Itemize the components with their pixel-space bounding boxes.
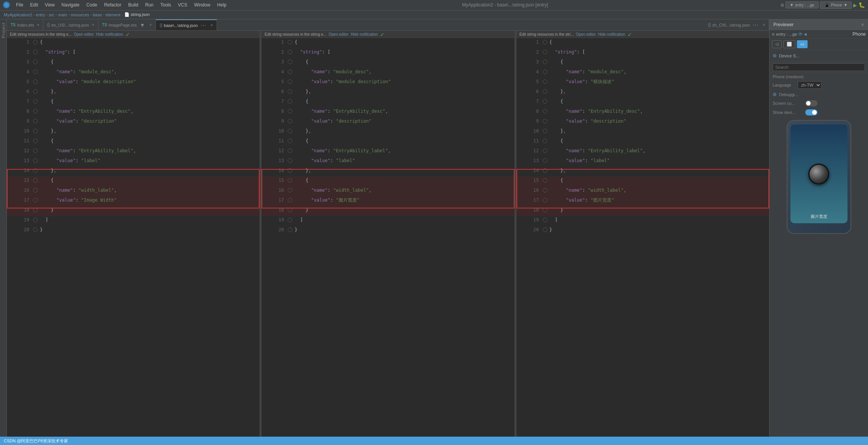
tab-close-index[interactable]: ×: [37, 23, 39, 27]
tab-zh-string[interactable]: {} zh_CN\...\string.json ⋯ ×: [704, 19, 769, 31]
gutter-icon[interactable]: [288, 148, 292, 153]
gutter-icon[interactable]: [543, 40, 547, 44]
menu-code[interactable]: Code: [83, 2, 100, 8]
gutter-icon[interactable]: [33, 218, 38, 222]
bc-app[interactable]: MyApplication2: [4, 13, 32, 17]
gutter-icon[interactable]: [288, 198, 292, 202]
language-select[interactable]: zh-TW zh-CN en-US: [798, 81, 822, 89]
gutter-icon[interactable]: [288, 158, 292, 163]
search-input[interactable]: [773, 63, 865, 71]
pane3-hide-notif[interactable]: Hide notification: [598, 32, 625, 36]
gutter-icon[interactable]: [288, 139, 292, 143]
tablet-btn[interactable]: ⬜: [783, 40, 795, 48]
gutter-icon[interactable]: [33, 178, 38, 183]
tab-more-zh[interactable]: ⋯: [751, 22, 760, 28]
previewer-gear-icon[interactable]: ⚙: [772, 32, 775, 37]
gutter-icon[interactable]: [288, 227, 292, 232]
gutter-icon[interactable]: [33, 69, 38, 74]
prev-btn[interactable]: ◁: [772, 40, 782, 48]
pane2-code[interactable]: 1{2 "string": [3 {4 "name": "module_desc…: [261, 38, 514, 437]
gutter-icon[interactable]: [33, 198, 38, 202]
settings-icon[interactable]: ⚙: [781, 2, 784, 8]
gutter-icon[interactable]: [288, 69, 292, 74]
menu-edit[interactable]: Edit: [27, 2, 41, 8]
tab-en-string[interactable]: {} en_US\...\string.json ×: [43, 19, 98, 31]
gutter-icon[interactable]: [543, 79, 547, 84]
gutter-icon[interactable]: [543, 198, 547, 202]
gutter-icon[interactable]: [33, 168, 38, 173]
tab-close-image[interactable]: ×: [150, 23, 152, 27]
pane1-code[interactable]: 1{2 "string": [3 {4 "name": "module_desc…: [7, 38, 260, 437]
phone-btn[interactable]: ▭: [797, 40, 808, 48]
gutter-icon[interactable]: [543, 89, 547, 94]
debug-icon[interactable]: 🐛: [858, 2, 865, 8]
pane1-open-editor[interactable]: Open editor: [74, 32, 93, 36]
gutter-icon[interactable]: [543, 218, 547, 222]
pane3-code[interactable]: 1{2 "string": [3 {4 "name": "module_desc…: [516, 38, 769, 437]
menu-window[interactable]: Window: [191, 2, 214, 8]
gutter-icon[interactable]: [288, 99, 292, 104]
show-device-toggle[interactable]: [805, 109, 817, 115]
tab-more-base[interactable]: ⋯: [199, 22, 207, 28]
gutter-icon[interactable]: [33, 158, 38, 163]
bc-main[interactable]: main: [58, 13, 67, 17]
gutter-icon[interactable]: [33, 208, 38, 212]
bc-base[interactable]: base: [93, 13, 102, 17]
gutter-icon[interactable]: [288, 218, 292, 222]
gutter-icon[interactable]: [543, 188, 547, 193]
gutter-icon[interactable]: [288, 109, 292, 114]
gutter-icon[interactable]: [543, 139, 547, 143]
gutter-icon[interactable]: [288, 178, 292, 183]
gutter-icon[interactable]: [543, 178, 547, 183]
gutter-icon[interactable]: [543, 109, 547, 114]
gutter-icon[interactable]: [288, 60, 292, 64]
tab-index-ets[interactable]: TS Index.ets ×: [7, 19, 43, 31]
bc-src[interactable]: src: [49, 13, 54, 17]
gutter-icon[interactable]: [33, 227, 38, 232]
gutter-icon[interactable]: [543, 50, 547, 54]
gutter-icon[interactable]: [33, 139, 38, 143]
gutter-icon[interactable]: [33, 89, 38, 94]
gutter-icon[interactable]: [288, 89, 292, 94]
menu-help[interactable]: Help: [214, 2, 230, 8]
tab-close-base[interactable]: ×: [211, 23, 213, 27]
menu-view[interactable]: View: [42, 2, 58, 8]
menu-vcs[interactable]: VCS: [175, 2, 190, 8]
device-dropdown[interactable]: 📱 Phone ▼: [820, 2, 852, 9]
gutter-icon[interactable]: [288, 188, 292, 193]
gutter-icon[interactable]: [33, 79, 38, 84]
gutter-icon[interactable]: [33, 50, 38, 54]
gutter-icon[interactable]: [288, 79, 292, 84]
menu-navigate[interactable]: Navigate: [59, 2, 82, 8]
gutter-icon[interactable]: [33, 188, 38, 193]
tab-image-page[interactable]: TS ImagePage.ets ▼ ×: [98, 19, 156, 31]
gutter-icon[interactable]: [288, 208, 292, 212]
bc-resources[interactable]: resources: [71, 13, 89, 17]
gutter-icon[interactable]: [33, 129, 38, 133]
gutter-icon[interactable]: [288, 129, 292, 133]
tab-close-en[interactable]: ×: [92, 23, 94, 27]
tab-close-zh[interactable]: ×: [763, 23, 765, 27]
menu-run[interactable]: Run: [142, 2, 157, 8]
menu-file[interactable]: File: [13, 2, 26, 8]
gutter-icon[interactable]: [33, 148, 38, 153]
entry-dropdown[interactable]: ▼ entry : ...ge: [786, 2, 819, 8]
pane3-open-editor[interactable]: Open editor: [576, 32, 596, 36]
gutter-icon[interactable]: [288, 168, 292, 173]
pane2-open-editor[interactable]: Open editor: [329, 32, 348, 36]
tab-more-image[interactable]: ▼: [138, 22, 147, 28]
gutter-icon[interactable]: [543, 148, 547, 153]
menu-tools[interactable]: Tools: [157, 2, 174, 8]
gutter-icon[interactable]: [288, 40, 292, 44]
screen-color-toggle[interactable]: [805, 100, 817, 106]
gutter-icon[interactable]: [543, 227, 547, 232]
tab-base-string[interactable]: {} base\...\string.json ⋯ ×: [156, 19, 217, 31]
gutter-icon[interactable]: [543, 69, 547, 74]
gutter-icon[interactable]: [288, 119, 292, 123]
gutter-icon[interactable]: [288, 50, 292, 54]
close-previewer-icon[interactable]: ×: [861, 22, 864, 28]
bc-element[interactable]: element: [106, 13, 120, 17]
gutter-icon[interactable]: [543, 158, 547, 163]
gutter-icon[interactable]: [33, 60, 38, 64]
bc-entry[interactable]: entry: [36, 13, 45, 17]
